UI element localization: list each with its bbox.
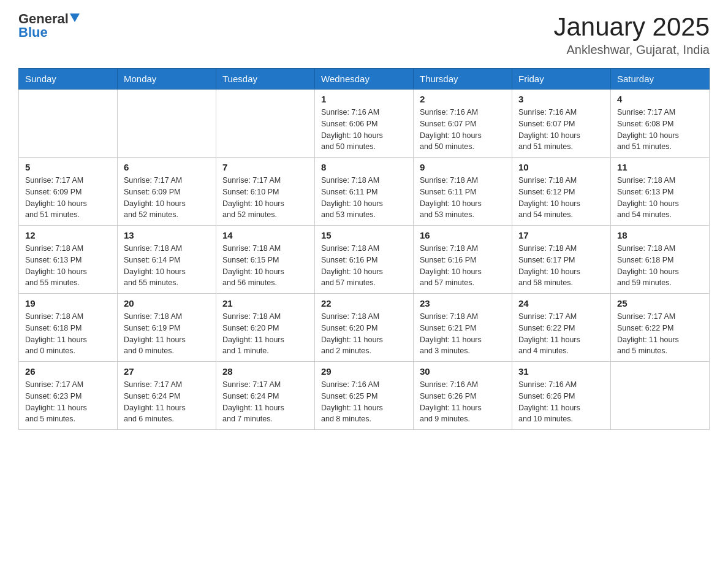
day-number: 18 [617, 230, 703, 240]
calendar-day-cell: 26Sunrise: 7:17 AM Sunset: 6:23 PM Dayli… [19, 362, 118, 430]
day-info: Sunrise: 7:18 AM Sunset: 6:16 PM Dayligh… [321, 243, 407, 289]
calendar-day-cell: 3Sunrise: 7:16 AM Sunset: 6:07 PM Daylig… [512, 90, 611, 158]
calendar-day-cell: 12Sunrise: 7:18 AM Sunset: 6:13 PM Dayli… [19, 226, 118, 294]
calendar-day-cell: 19Sunrise: 7:18 AM Sunset: 6:18 PM Dayli… [19, 294, 118, 362]
calendar-day-cell: 15Sunrise: 7:18 AM Sunset: 6:16 PM Dayli… [315, 226, 414, 294]
calendar-day-cell: 2Sunrise: 7:16 AM Sunset: 6:07 PM Daylig… [414, 90, 512, 158]
day-info: Sunrise: 7:18 AM Sunset: 6:19 PM Dayligh… [124, 311, 210, 357]
col-header-saturday: Saturday [611, 69, 710, 90]
col-header-sunday: Sunday [19, 69, 118, 90]
logo: General Blue [18, 12, 80, 39]
title-block: January 2025 Ankleshwar, Gujarat, India [553, 12, 710, 57]
day-info: Sunrise: 7:17 AM Sunset: 6:09 PM Dayligh… [25, 175, 111, 221]
calendar-day-cell: 30Sunrise: 7:16 AM Sunset: 6:26 PM Dayli… [414, 362, 512, 430]
day-number: 21 [222, 298, 308, 308]
calendar-day-cell: 4Sunrise: 7:17 AM Sunset: 6:08 PM Daylig… [611, 90, 710, 158]
calendar-day-cell: 9Sunrise: 7:18 AM Sunset: 6:11 PM Daylig… [414, 158, 512, 226]
day-number: 20 [124, 298, 210, 308]
logo-general-text: General [18, 12, 69, 26]
day-number: 24 [518, 298, 604, 308]
day-info: Sunrise: 7:18 AM Sunset: 6:18 PM Dayligh… [25, 311, 111, 357]
day-info: Sunrise: 7:17 AM Sunset: 6:24 PM Dayligh… [222, 379, 308, 425]
empty-cell [611, 362, 710, 430]
calendar-week-row: 1Sunrise: 7:16 AM Sunset: 6:06 PM Daylig… [19, 90, 710, 158]
day-number: 14 [222, 230, 308, 240]
day-info: Sunrise: 7:16 AM Sunset: 6:06 PM Dayligh… [321, 107, 407, 153]
calendar-day-cell: 7Sunrise: 7:17 AM Sunset: 6:10 PM Daylig… [216, 158, 315, 226]
day-info: Sunrise: 7:18 AM Sunset: 6:12 PM Dayligh… [518, 175, 604, 221]
calendar-day-cell: 22Sunrise: 7:18 AM Sunset: 6:20 PM Dayli… [315, 294, 414, 362]
day-info: Sunrise: 7:18 AM Sunset: 6:16 PM Dayligh… [420, 243, 506, 289]
day-info: Sunrise: 7:18 AM Sunset: 6:20 PM Dayligh… [222, 311, 308, 357]
day-info: Sunrise: 7:18 AM Sunset: 6:17 PM Dayligh… [518, 243, 604, 289]
day-number: 19 [25, 298, 111, 308]
page-header: General Blue January 2025 Ankleshwar, Gu… [18, 12, 710, 57]
day-number: 16 [420, 230, 506, 240]
day-number: 9 [420, 162, 506, 172]
calendar-day-cell: 6Sunrise: 7:17 AM Sunset: 6:09 PM Daylig… [118, 158, 216, 226]
day-info: Sunrise: 7:16 AM Sunset: 6:26 PM Dayligh… [420, 379, 506, 425]
day-number: 2 [420, 94, 506, 104]
calendar-day-cell: 14Sunrise: 7:18 AM Sunset: 6:15 PM Dayli… [216, 226, 315, 294]
day-number: 8 [321, 162, 407, 172]
calendar-week-row: 12Sunrise: 7:18 AM Sunset: 6:13 PM Dayli… [19, 226, 710, 294]
calendar-day-cell: 31Sunrise: 7:16 AM Sunset: 6:26 PM Dayli… [512, 362, 611, 430]
calendar-day-cell: 23Sunrise: 7:18 AM Sunset: 6:21 PM Dayli… [414, 294, 512, 362]
day-number: 26 [25, 366, 111, 377]
calendar-subtitle: Ankleshwar, Gujarat, India [553, 43, 710, 57]
calendar-day-cell: 24Sunrise: 7:17 AM Sunset: 6:22 PM Dayli… [512, 294, 611, 362]
day-info: Sunrise: 7:17 AM Sunset: 6:10 PM Dayligh… [222, 175, 308, 221]
calendar-day-cell: 25Sunrise: 7:17 AM Sunset: 6:22 PM Dayli… [611, 294, 710, 362]
day-number: 23 [420, 298, 506, 308]
day-info: Sunrise: 7:17 AM Sunset: 6:09 PM Dayligh… [124, 175, 210, 221]
day-info: Sunrise: 7:17 AM Sunset: 6:24 PM Dayligh… [124, 379, 210, 425]
day-number: 28 [222, 366, 308, 377]
day-info: Sunrise: 7:17 AM Sunset: 6:23 PM Dayligh… [25, 379, 111, 425]
day-number: 25 [617, 298, 703, 308]
col-header-thursday: Thursday [414, 69, 512, 90]
calendar-day-cell: 8Sunrise: 7:18 AM Sunset: 6:11 PM Daylig… [315, 158, 414, 226]
day-number: 29 [321, 366, 407, 377]
day-number: 12 [25, 230, 111, 240]
day-info: Sunrise: 7:18 AM Sunset: 6:21 PM Dayligh… [420, 311, 506, 357]
calendar-day-cell: 18Sunrise: 7:18 AM Sunset: 6:18 PM Dayli… [611, 226, 710, 294]
calendar-header-row: SundayMondayTuesdayWednesdayThursdayFrid… [19, 69, 710, 90]
calendar-table: SundayMondayTuesdayWednesdayThursdayFrid… [18, 68, 710, 430]
calendar-day-cell: 11Sunrise: 7:18 AM Sunset: 6:13 PM Dayli… [611, 158, 710, 226]
day-number: 1 [321, 94, 407, 104]
day-info: Sunrise: 7:16 AM Sunset: 6:07 PM Dayligh… [420, 107, 506, 153]
day-number: 15 [321, 230, 407, 240]
day-info: Sunrise: 7:16 AM Sunset: 6:25 PM Dayligh… [321, 379, 407, 425]
calendar-day-cell: 10Sunrise: 7:18 AM Sunset: 6:12 PM Dayli… [512, 158, 611, 226]
day-info: Sunrise: 7:16 AM Sunset: 6:07 PM Dayligh… [518, 107, 604, 153]
calendar-day-cell: 17Sunrise: 7:18 AM Sunset: 6:17 PM Dayli… [512, 226, 611, 294]
col-header-friday: Friday [512, 69, 611, 90]
day-number: 10 [518, 162, 604, 172]
calendar-day-cell: 5Sunrise: 7:17 AM Sunset: 6:09 PM Daylig… [19, 158, 118, 226]
day-info: Sunrise: 7:17 AM Sunset: 6:22 PM Dayligh… [617, 311, 703, 357]
day-info: Sunrise: 7:18 AM Sunset: 6:15 PM Dayligh… [222, 243, 308, 289]
calendar-week-row: 26Sunrise: 7:17 AM Sunset: 6:23 PM Dayli… [19, 362, 710, 430]
day-info: Sunrise: 7:16 AM Sunset: 6:26 PM Dayligh… [518, 379, 604, 425]
calendar-week-row: 19Sunrise: 7:18 AM Sunset: 6:18 PM Dayli… [19, 294, 710, 362]
day-info: Sunrise: 7:18 AM Sunset: 6:20 PM Dayligh… [321, 311, 407, 357]
col-header-monday: Monday [118, 69, 216, 90]
day-number: 5 [25, 162, 111, 172]
calendar-day-cell: 20Sunrise: 7:18 AM Sunset: 6:19 PM Dayli… [118, 294, 216, 362]
day-info: Sunrise: 7:18 AM Sunset: 6:13 PM Dayligh… [25, 243, 111, 289]
day-number: 27 [124, 366, 210, 377]
day-number: 13 [124, 230, 210, 240]
calendar-day-cell: 21Sunrise: 7:18 AM Sunset: 6:20 PM Dayli… [216, 294, 315, 362]
day-number: 22 [321, 298, 407, 308]
day-info: Sunrise: 7:17 AM Sunset: 6:08 PM Dayligh… [617, 107, 703, 153]
day-info: Sunrise: 7:18 AM Sunset: 6:14 PM Dayligh… [124, 243, 210, 289]
calendar-day-cell: 28Sunrise: 7:17 AM Sunset: 6:24 PM Dayli… [216, 362, 315, 430]
calendar-day-cell: 1Sunrise: 7:16 AM Sunset: 6:06 PM Daylig… [315, 90, 414, 158]
day-info: Sunrise: 7:18 AM Sunset: 6:11 PM Dayligh… [321, 175, 407, 221]
calendar-week-row: 5Sunrise: 7:17 AM Sunset: 6:09 PM Daylig… [19, 158, 710, 226]
day-number: 17 [518, 230, 604, 240]
calendar-day-cell: 13Sunrise: 7:18 AM Sunset: 6:14 PM Dayli… [118, 226, 216, 294]
day-number: 3 [518, 94, 604, 104]
empty-cell [19, 90, 118, 158]
calendar-day-cell: 29Sunrise: 7:16 AM Sunset: 6:25 PM Dayli… [315, 362, 414, 430]
